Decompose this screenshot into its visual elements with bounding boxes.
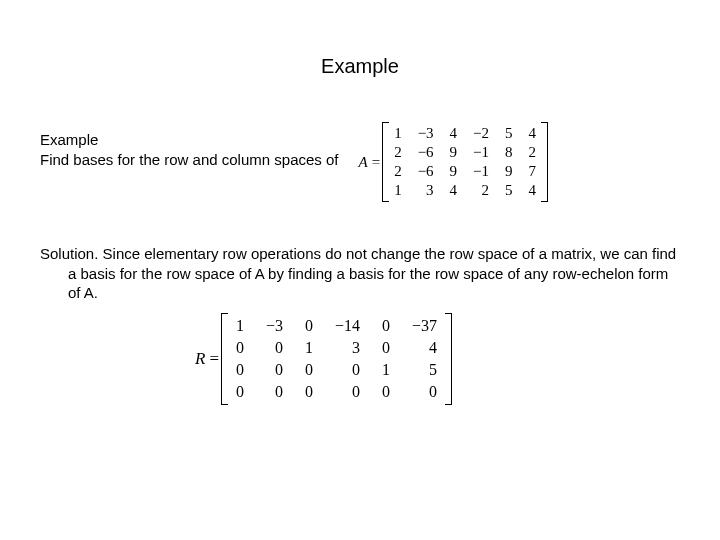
equals-sign: =	[209, 349, 219, 369]
matrix-a-bracket: 1−34−254 2−69−182 2−69−197 134254	[386, 122, 544, 202]
table-row: 2−69−197	[386, 162, 544, 181]
table-row: 1−30−140−37	[225, 315, 448, 337]
table-row: 001304	[225, 337, 448, 359]
solution-block: Solution. Since elementary row operation…	[40, 244, 680, 303]
matrix-r: 1−30−140−37 001304 000015 000000	[225, 315, 448, 403]
matrix-a: 1−34−254 2−69−182 2−69−197 134254	[386, 124, 544, 200]
table-row: 2−69−182	[386, 143, 544, 162]
matrix-r-lhs: R	[195, 349, 205, 369]
matrix-r-equation: R = 1−30−140−37 001304 000015 000000	[195, 313, 448, 405]
problem-prompt: Example Find bases for the row and colum…	[40, 130, 339, 171]
matrix-a-block: A = 1−34−254 2−69−182 2−69−197 134254	[359, 122, 545, 202]
page-title: Example	[40, 55, 680, 78]
prompt-text: Find bases for the row and column spaces…	[40, 150, 339, 170]
matrix-r-block: R = 1−30−140−37 001304 000015 000000	[40, 313, 680, 405]
table-row: 134254	[386, 181, 544, 200]
solution-text: Solution. Since elementary row operation…	[40, 244, 680, 303]
table-row: 000000	[225, 381, 448, 403]
table-row: 000015	[225, 359, 448, 381]
slide: Example Example Find bases for the row a…	[0, 0, 720, 540]
matrix-a-equation: A = 1−34−254 2−69−182 2−69−197 134254	[359, 122, 545, 202]
matrix-r-bracket: 1−30−140−37 001304 000015 000000	[225, 313, 448, 405]
equals-sign: =	[372, 154, 380, 171]
matrix-a-lhs: A	[359, 154, 368, 171]
table-row: 1−34−254	[386, 124, 544, 143]
section-label: Example	[40, 130, 339, 150]
problem-row: Example Find bases for the row and colum…	[40, 130, 680, 202]
